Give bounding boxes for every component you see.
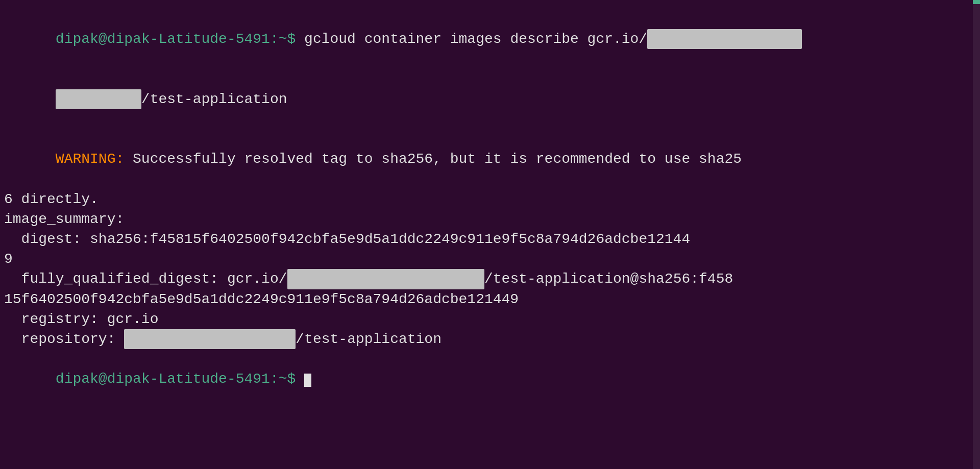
redacted-project-1 <box>647 29 801 49</box>
scrollbar[interactable] <box>973 0 980 469</box>
cursor <box>304 374 311 387</box>
command-text-2: /test-application <box>141 91 287 107</box>
digest-line-2: 9 <box>4 249 963 269</box>
warning-text: Successfully resolved tag to sha256, but… <box>133 151 742 167</box>
terminal-window: dipak@dipak-Latitude-5491:~$ gcloud cont… <box>0 0 980 469</box>
registry-line: registry: gcr.io <box>4 309 963 329</box>
command-line: dipak@dipak-Latitude-5491:~$ gcloud cont… <box>4 9 963 69</box>
prompt-1: dipak@dipak-Latitude-5491:~$ <box>56 31 304 47</box>
scrollbar-thumb <box>973 0 980 4</box>
warning-label: WARNING: <box>56 151 133 167</box>
prompt-2: dipak@dipak-Latitude-5491:~$ <box>56 371 304 387</box>
warning-line-2: 6 directly. <box>4 189 963 209</box>
fqd-line-2: 15f6402500f942cbfa5e9d5a1ddc2249c911e9f5… <box>4 289 963 309</box>
command-continuation: /test-application <box>4 69 963 130</box>
terminal-content: dipak@dipak-Latitude-5491:~$ gcloud cont… <box>0 5 973 413</box>
fqd-line-1: fully_qualified_digest: gcr.io/ /test-ap… <box>4 269 963 289</box>
redacted-project-4 <box>124 329 296 349</box>
warning-line: WARNING: Successfully resolved tag to sh… <box>4 129 963 189</box>
redacted-project-2 <box>56 89 141 109</box>
image-summary-label: image_summary: <box>4 209 963 229</box>
redacted-project-3 <box>287 269 484 289</box>
digest-line-1: digest: sha256:f45815f6402500f942cbfa5e9… <box>4 229 963 249</box>
repository-line: repository: /test-application <box>4 329 963 349</box>
command-text-1: gcloud container images describe gcr.io/ <box>304 31 647 47</box>
next-prompt-line: dipak@dipak-Latitude-5491:~$ <box>4 349 963 409</box>
